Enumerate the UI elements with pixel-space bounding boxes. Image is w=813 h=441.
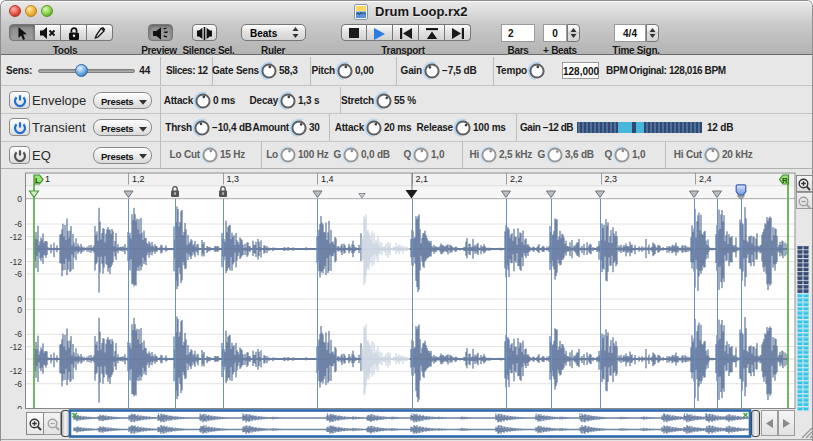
svg-text:1,3: 1,3 xyxy=(227,174,240,184)
svg-text:-12: -12 xyxy=(10,257,23,267)
svg-text:2,3: 2,3 xyxy=(605,174,618,184)
svg-text:-12: -12 xyxy=(10,232,23,242)
svg-text:-6: -6 xyxy=(14,219,22,229)
svg-text:1,4: 1,4 xyxy=(321,174,334,184)
svg-text:L: L xyxy=(35,176,40,185)
svg-text:0: 0 xyxy=(17,404,22,410)
svg-text:-6: -6 xyxy=(14,379,22,389)
svg-text:2,1: 2,1 xyxy=(416,174,429,184)
svg-text:2,4: 2,4 xyxy=(699,174,712,184)
svg-text:0: 0 xyxy=(17,194,22,204)
svg-text:2,2: 2,2 xyxy=(510,174,523,184)
svg-text:1: 1 xyxy=(45,174,50,184)
svg-text:R: R xyxy=(782,176,788,185)
svg-text:-12: -12 xyxy=(10,342,23,352)
svg-text:1,2: 1,2 xyxy=(132,174,145,184)
svg-text:0: 0 xyxy=(17,294,22,304)
svg-text:-6: -6 xyxy=(14,329,22,339)
svg-text:-12: -12 xyxy=(10,366,23,376)
svg-text:-6: -6 xyxy=(14,269,22,279)
svg-text:0: 0 xyxy=(17,305,22,315)
